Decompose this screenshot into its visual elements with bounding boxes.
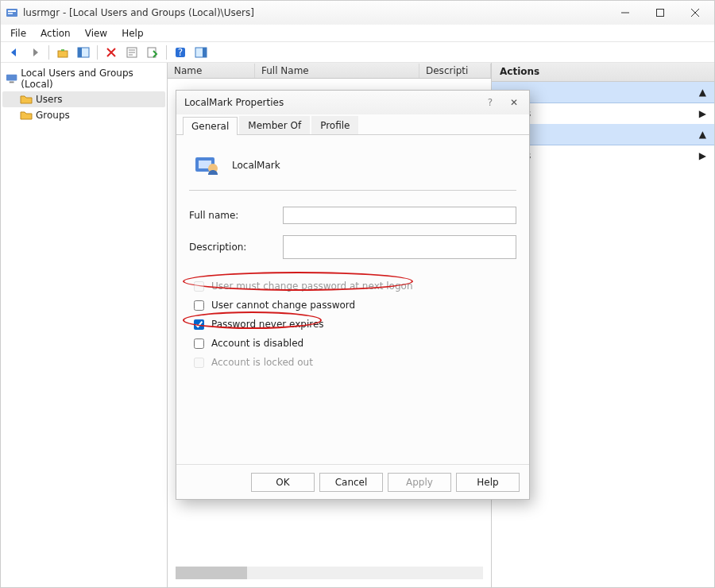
check-disabled[interactable]: Account is disabled	[189, 334, 516, 353]
tree-root[interactable]: Local Users and Groups (Local)	[2, 66, 165, 91]
show-hide-action-pane-icon[interactable]	[192, 44, 210, 61]
checkbox-never-expires[interactable]	[194, 319, 204, 330]
show-hide-tree-icon[interactable]	[75, 44, 92, 61]
row-fullname: Full name:	[189, 207, 516, 224]
dialog-titlebar[interactable]: LocalMark Properties ? ✕	[176, 91, 529, 114]
maximize-button[interactable]	[643, 2, 678, 24]
submenu-right-icon: ▶	[699, 150, 706, 161]
menu-help[interactable]: Help	[115, 26, 149, 41]
svg-text:?: ?	[178, 47, 183, 58]
svg-rect-14	[10, 81, 14, 83]
checkbox-disabled[interactable]	[194, 338, 204, 349]
check-label: User cannot change password	[211, 300, 355, 311]
app-icon	[6, 6, 18, 19]
help-button[interactable]: Help	[456, 473, 520, 492]
tree-node-users[interactable]: Users	[2, 91, 165, 107]
dialog-username: LocalMark	[232, 160, 280, 171]
ok-button[interactable]: OK	[251, 473, 315, 492]
dialog-close-icon[interactable]: ✕	[502, 97, 526, 108]
list-headers: Name Full Name Descripti	[168, 63, 491, 79]
fullname-input[interactable]	[283, 207, 516, 224]
delete-icon[interactable]	[102, 44, 120, 61]
menu-view[interactable]: View	[79, 26, 114, 41]
check-locked-out: Account is locked out	[189, 353, 516, 372]
tree-root-label: Local Users and Groups (Local)	[21, 68, 162, 90]
svg-rect-2	[8, 13, 13, 14]
col-name[interactable]: Name	[168, 64, 255, 78]
check-must-change: User must change password at next logon	[189, 277, 516, 296]
window-title: lusrmgr - [Local Users and Groups (Local…	[23, 7, 608, 18]
folder-icon	[20, 93, 33, 106]
toolbar-separator	[48, 45, 49, 60]
titlebar: lusrmgr - [Local Users and Groups (Local…	[1, 1, 714, 25]
fullname-label: Full name:	[189, 210, 269, 221]
cancel-button[interactable]: Cancel	[319, 473, 383, 492]
folder-icon	[20, 109, 33, 122]
toolbar-separator	[166, 45, 167, 60]
close-button[interactable]	[678, 2, 713, 24]
dialog-context-help-icon[interactable]: ?	[478, 97, 502, 108]
apply-button[interactable]: Apply	[388, 473, 451, 492]
dialog-body: LocalMark Full name: Description: User m…	[176, 135, 529, 464]
checkbox-locked-out	[194, 358, 204, 368]
svg-rect-4	[58, 51, 68, 57]
menu-action[interactable]: Action	[34, 26, 77, 41]
col-fullname[interactable]: Full Name	[255, 64, 419, 78]
toolbar-separator	[97, 45, 98, 60]
menubar: File Action View Help	[1, 25, 714, 42]
properties-icon[interactable]	[123, 44, 141, 61]
submenu-right-icon: ▶	[699, 108, 706, 119]
help-icon[interactable]: ?	[172, 44, 189, 61]
collapse-up-icon: ▲	[699, 129, 706, 140]
export-list-icon[interactable]	[144, 44, 161, 61]
tab-memberof[interactable]: Member Of	[239, 116, 310, 134]
mmc-window: lusrmgr - [Local Users and Groups (Local…	[0, 0, 715, 588]
menu-file[interactable]: File	[4, 26, 33, 41]
check-never-expires[interactable]: Password never expires	[189, 315, 516, 334]
tab-general[interactable]: General	[183, 117, 238, 135]
checkbox-cannot-change[interactable]	[194, 300, 204, 311]
back-button[interactable]	[6, 44, 23, 61]
check-label: Account is locked out	[211, 357, 313, 368]
row-description: Description:	[189, 235, 516, 259]
svg-rect-1	[8, 10, 16, 12]
user-icon	[192, 149, 221, 180]
dialog-title: LocalMark Properties	[184, 97, 478, 108]
toolbar: ?	[1, 42, 714, 63]
properties-dialog: LocalMark Properties ? ✕ General Member …	[176, 90, 530, 500]
check-label: User must change password at next logon	[211, 280, 413, 292]
svg-rect-6	[78, 48, 82, 57]
check-label: Password never expires	[211, 319, 324, 330]
user-header: LocalMark	[189, 145, 516, 191]
svg-rect-12	[203, 48, 207, 57]
scroll-thumb[interactable]	[176, 567, 247, 579]
tree-node-groups[interactable]: Groups	[2, 107, 165, 123]
description-label: Description:	[189, 242, 269, 253]
computer-icon	[6, 72, 17, 85]
collapse-up-icon: ▲	[699, 87, 706, 98]
col-description[interactable]: Descripti	[419, 64, 491, 78]
dialog-buttons: OK Cancel Apply Help	[176, 464, 529, 499]
svg-rect-3	[657, 10, 664, 17]
horizontal-scrollbar[interactable]	[176, 567, 483, 579]
minimize-button[interactable]	[608, 2, 643, 24]
check-label: Account is disabled	[211, 338, 303, 349]
tree-label: Users	[36, 94, 63, 105]
check-cannot-change[interactable]: User cannot change password	[189, 296, 516, 315]
checkbox-must-change	[194, 281, 204, 292]
actions-header: Actions	[492, 63, 714, 82]
tab-profile[interactable]: Profile	[311, 116, 358, 134]
dialog-tabs: General Member Of Profile	[176, 114, 529, 135]
forward-button[interactable]	[26, 44, 44, 61]
tree-label: Groups	[36, 110, 70, 121]
tree-pane: Local Users and Groups (Local) Users Gro…	[1, 63, 168, 587]
description-input[interactable]	[283, 235, 516, 259]
up-one-level-icon[interactable]	[54, 44, 72, 61]
svg-rect-13	[6, 75, 17, 81]
